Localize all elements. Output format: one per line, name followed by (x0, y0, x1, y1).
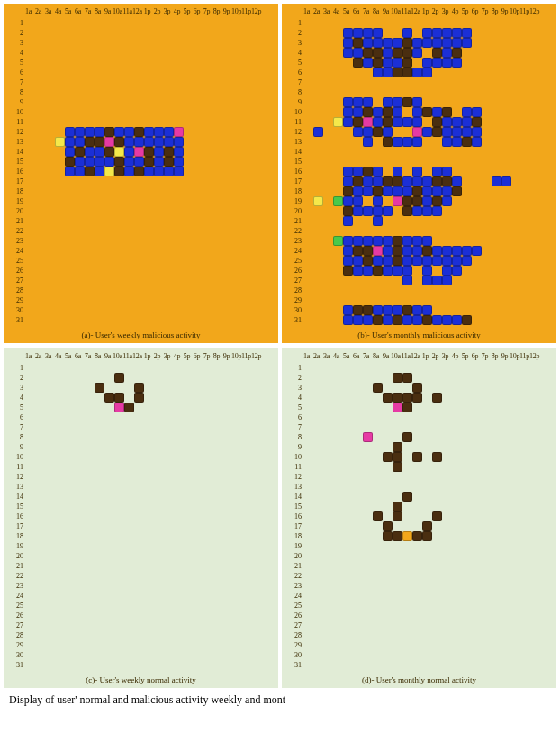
empty-cell (383, 18, 393, 28)
empty-cell (65, 315, 75, 325)
empty-cell (531, 630, 541, 640)
empty-cell (353, 422, 363, 432)
activity-cell (144, 167, 154, 176)
empty-cell (511, 462, 521, 472)
empty-cell (531, 186, 541, 196)
empty-cell (343, 68, 353, 77)
empty-cell (25, 432, 35, 442)
empty-cell (482, 77, 492, 87)
empty-cell (164, 502, 174, 511)
empty-cell (85, 117, 95, 127)
empty-cell (363, 482, 373, 492)
empty-cell (213, 462, 223, 472)
empty-cell (144, 97, 154, 107)
empty-cell (104, 591, 114, 601)
empty-cell (114, 452, 124, 462)
empty-cell (174, 48, 184, 58)
empty-cell (482, 412, 492, 422)
empty-cell (25, 660, 35, 670)
empty-cell (472, 571, 482, 581)
empty-cell (184, 97, 194, 107)
empty-cell (203, 18, 213, 28)
empty-cell (194, 393, 203, 403)
empty-cell (313, 87, 323, 97)
empty-cell (134, 206, 144, 216)
empty-cell (114, 276, 124, 285)
empty-cell (511, 186, 521, 196)
empty-cell (333, 462, 343, 472)
empty-cell (313, 236, 323, 246)
empty-cell (174, 117, 184, 127)
empty-cell (333, 48, 343, 58)
empty-cell (194, 412, 203, 422)
empty-cell (531, 363, 541, 373)
empty-cell (482, 601, 492, 611)
heatmap-row: 15 (7, 502, 275, 511)
empty-cell (501, 620, 511, 630)
empty-cell (164, 432, 174, 442)
empty-cell (422, 77, 432, 87)
activity-cell (343, 48, 353, 58)
empty-cell (373, 492, 383, 502)
empty-cell (521, 196, 531, 206)
row-label: 2 (285, 374, 303, 382)
empty-cell (482, 492, 492, 502)
empty-cell (253, 38, 263, 48)
heatmap-row: 4 (285, 393, 553, 403)
empty-cell (313, 442, 323, 452)
empty-cell (422, 601, 432, 611)
empty-cell (75, 295, 85, 305)
empty-cell (35, 256, 45, 266)
empty-cell (233, 403, 243, 412)
empty-cell (233, 502, 243, 511)
empty-cell (422, 551, 432, 561)
empty-cell (363, 393, 373, 403)
empty-cell (402, 285, 412, 295)
empty-cell (75, 531, 85, 541)
activity-cell (422, 305, 432, 315)
row-label: 8 (7, 433, 25, 441)
empty-cell (45, 571, 55, 581)
empty-cell (114, 236, 124, 246)
row-label: 4 (7, 394, 25, 402)
empty-cell (124, 640, 134, 650)
empty-cell (85, 176, 95, 186)
empty-cell (492, 246, 501, 256)
empty-cell (521, 492, 531, 502)
activity-cell (393, 107, 402, 117)
empty-cell (492, 127, 501, 137)
empty-cell (25, 442, 35, 452)
empty-cell (511, 571, 521, 581)
activity-cell (402, 137, 412, 147)
empty-cell (353, 492, 363, 502)
empty-cell (114, 363, 124, 373)
empty-cell (452, 452, 462, 462)
empty-cell (25, 167, 35, 176)
heatmap-row: 7 (285, 77, 553, 87)
empty-cell (333, 186, 343, 196)
activity-cell (174, 127, 184, 137)
empty-cell (243, 462, 253, 472)
empty-cell (184, 266, 194, 276)
empty-cell (501, 373, 511, 383)
empty-cell (104, 38, 114, 48)
empty-cell (104, 68, 114, 77)
empty-cell (492, 137, 501, 147)
empty-cell (521, 68, 531, 77)
empty-cell (65, 117, 75, 127)
empty-cell (85, 442, 95, 452)
empty-cell (174, 412, 184, 422)
empty-cell (303, 226, 313, 236)
empty-cell (154, 266, 164, 276)
empty-cell (213, 492, 223, 502)
empty-cell (492, 541, 501, 551)
empty-cell (223, 18, 233, 28)
empty-cell (333, 601, 343, 611)
col-label: 8p (490, 352, 500, 363)
activity-cell (154, 137, 164, 147)
empty-cell (373, 521, 383, 531)
empty-cell (233, 305, 243, 315)
activity-cell (363, 38, 373, 48)
col-label: 10a (113, 7, 122, 18)
empty-cell (164, 422, 174, 432)
